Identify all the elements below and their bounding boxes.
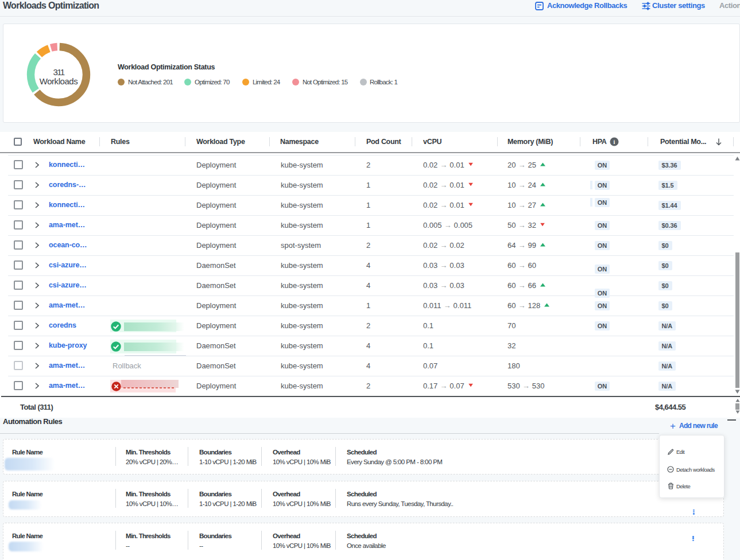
svg-text:i: i xyxy=(614,139,615,145)
